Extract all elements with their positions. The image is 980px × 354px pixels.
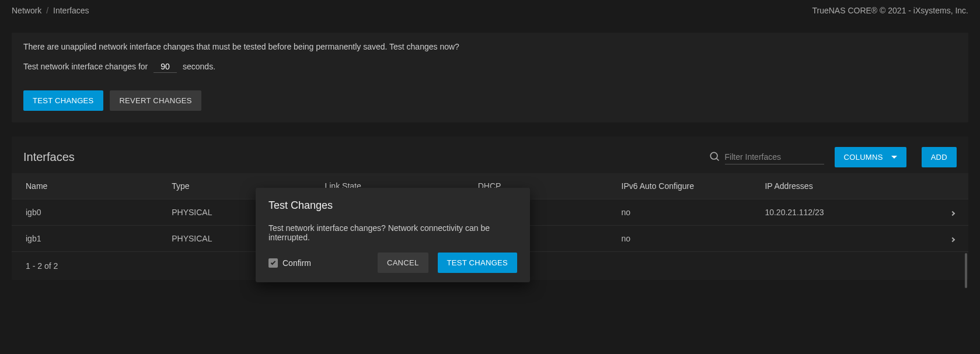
breadcrumb-current: Interfaces <box>53 6 89 15</box>
test-duration-input[interactable] <box>154 62 177 73</box>
svg-line-1 <box>716 159 719 161</box>
col-name[interactable]: Name <box>12 173 165 199</box>
chevron-right-icon <box>950 237 955 242</box>
search-wrap <box>709 150 824 164</box>
svg-point-0 <box>710 152 717 159</box>
pending-changes-panel: There are unapplied network interface ch… <box>12 33 968 122</box>
columns-button[interactable]: COLUMNS <box>835 147 906 167</box>
cell-ipv6-auto: no <box>615 226 758 252</box>
cell-ip: 10.20.21.112/23 <box>758 199 920 226</box>
add-button[interactable]: ADD <box>922 147 957 167</box>
cancel-button[interactable]: CANCEL <box>378 253 428 273</box>
cell-ip <box>758 226 920 252</box>
dialog-footer: Confirm CANCEL TEST CHANGES <box>268 253 517 273</box>
dialog-actions: CANCEL TEST CHANGES <box>378 253 517 273</box>
check-icon <box>271 260 275 264</box>
dialog-body: Test network interface changes? Network … <box>268 223 517 242</box>
test-duration-suffix: seconds. <box>183 62 215 71</box>
dialog-title: Test Changes <box>268 199 517 212</box>
col-ip-addresses[interactable]: IP Addresses <box>758 173 920 199</box>
breadcrumb-parent[interactable]: Network <box>12 6 41 15</box>
dialog-test-changes-button[interactable]: TEST CHANGES <box>438 253 518 273</box>
card-header: Interfaces COLUMNS ADD <box>12 136 968 173</box>
revert-changes-button[interactable]: REVERT CHANGES <box>110 90 201 111</box>
confirm-label: Confirm <box>283 258 311 268</box>
search-input[interactable] <box>725 150 824 164</box>
cell-name: igb1 <box>12 226 165 252</box>
test-duration-prefix: Test network interface changes for <box>23 62 148 71</box>
scrollbar[interactable] <box>965 253 967 288</box>
card-actions: COLUMNS ADD <box>709 147 957 167</box>
test-changes-button[interactable]: TEST CHANGES <box>23 90 103 111</box>
card-title: Interfaces <box>23 150 75 164</box>
chevron-right-icon <box>950 211 955 216</box>
test-duration-row: Test network interface changes for secon… <box>23 62 957 73</box>
copyright-text: TrueNAS CORE® © 2021 - iXsystems, Inc. <box>812 6 968 15</box>
topbar: Network / Interfaces TrueNAS CORE® © 202… <box>0 0 980 21</box>
cell-ipv6-auto: no <box>615 199 758 226</box>
chevron-down-icon <box>891 156 897 159</box>
row-expand[interactable] <box>920 226 968 252</box>
breadcrumb-separator: / <box>46 6 48 15</box>
test-changes-dialog: Test Changes Test network interface chan… <box>256 188 530 282</box>
confirm-checkbox-wrap[interactable]: Confirm <box>268 258 311 268</box>
breadcrumb: Network / Interfaces <box>12 6 89 15</box>
columns-button-label: COLUMNS <box>844 153 883 162</box>
cell-name: igb0 <box>12 199 165 226</box>
pending-changes-message: There are unapplied network interface ch… <box>23 42 957 51</box>
confirm-checkbox[interactable] <box>268 258 278 268</box>
col-ipv6-auto[interactable]: IPv6 Auto Configure <box>615 173 758 199</box>
row-expand[interactable] <box>920 199 968 226</box>
col-expand <box>920 173 968 199</box>
search-icon <box>709 150 720 164</box>
